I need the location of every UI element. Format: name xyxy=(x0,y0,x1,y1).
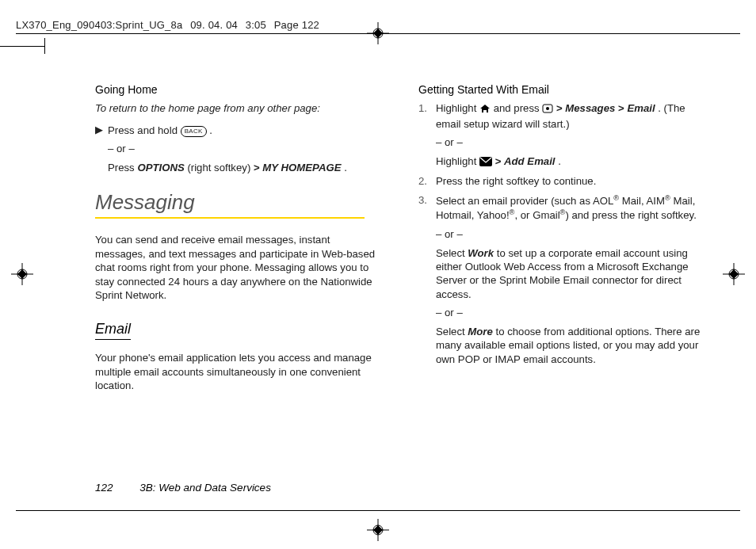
email-heading: Email xyxy=(95,320,131,341)
page-footer: 122 3B: Web and Data Services xyxy=(95,482,271,494)
envelope-icon xyxy=(479,156,492,170)
registration-mark-icon xyxy=(723,263,745,285)
step-number: 1. xyxy=(418,101,436,115)
messaging-heading: Messaging xyxy=(95,189,380,215)
step-number: 3. xyxy=(418,193,436,207)
cropmark-h xyxy=(0,46,44,47)
going-home-intro: To return to the home page from any othe… xyxy=(95,101,380,115)
email-paragraph: Your phone's email application lets you … xyxy=(95,351,380,392)
step-1: 1. Highlight and press > Messages > Emai… xyxy=(418,101,704,170)
back-key-icon: BACK xyxy=(181,126,207,137)
footer-rule xyxy=(16,510,740,511)
going-home-heading: Going Home xyxy=(95,82,380,97)
step-body: Press and hold BACK . – or – Press OPTIO… xyxy=(108,124,380,174)
step-3-line1: Select an email provider (such as AOL® M… xyxy=(436,193,704,223)
messaging-paragraph: You can send and receive email messages,… xyxy=(95,233,380,302)
text: Press and hold xyxy=(108,124,181,136)
ok-key-icon xyxy=(542,103,553,116)
header-job: LX370_Eng_090403:Sprint_UG_8a xyxy=(16,19,182,31)
text: . xyxy=(209,124,212,136)
page-number: 122 xyxy=(95,482,113,494)
step-2: 2. Press the right softkey to continue. xyxy=(418,174,704,188)
getting-started-heading: Getting Started With Email xyxy=(418,82,704,97)
step-alt: Press OPTIONS (right softkey) > MY HOMEP… xyxy=(108,161,380,174)
step-number: 2. xyxy=(418,174,436,188)
gt-icon: > xyxy=(254,162,260,173)
messages-label: Messages xyxy=(565,102,615,114)
text: Select xyxy=(436,326,468,337)
text: Select xyxy=(436,247,468,259)
svg-point-17 xyxy=(546,107,549,110)
page: LX370_Eng_090403:Sprint_UG_8a 09. 04. 04… xyxy=(0,0,756,549)
step-body: Select an email provider (such as AOL® M… xyxy=(436,193,704,366)
header-date: 09. 04. 04 xyxy=(190,19,238,31)
text: Press xyxy=(108,162,137,173)
yellow-underline xyxy=(95,217,365,219)
email-label: Email xyxy=(627,102,655,114)
text: . xyxy=(558,155,561,167)
or-separator: – or – xyxy=(436,306,704,319)
home-icon xyxy=(479,103,491,116)
registration-mark-icon xyxy=(367,22,389,44)
left-column: Going Home To return to the home page fr… xyxy=(95,78,380,521)
step-3-work: Select Work to set up a corporate email … xyxy=(436,246,704,302)
text: Highlight xyxy=(436,155,479,167)
registration-mark-icon xyxy=(367,519,389,541)
header-page: Page 122 xyxy=(274,19,319,31)
cropmark-v xyxy=(44,38,45,54)
triangle-bullet-icon: ▶ xyxy=(95,124,108,136)
header-time: 3:05 xyxy=(246,19,266,31)
or-separator: – or – xyxy=(436,135,704,149)
add-email-label: Add Email xyxy=(504,155,555,167)
gt-icon: > xyxy=(556,102,563,114)
myhomepage-label: MY HOMEPAGE xyxy=(262,162,341,173)
step-3: 3. Select an email provider (such as AOL… xyxy=(418,193,704,366)
options-label: OPTIONS xyxy=(137,162,184,173)
gt-icon: > xyxy=(618,102,624,114)
right-column: Getting Started With Email 1. Highlight … xyxy=(418,78,704,521)
section-title: 3B: Web and Data Services xyxy=(139,482,271,494)
text: Highlight xyxy=(436,102,479,114)
or-separator: – or – xyxy=(436,227,704,241)
or-separator: – or – xyxy=(108,142,380,155)
more-label: More xyxy=(468,326,493,337)
step-press-hold: ▶ Press and hold BACK . – or – Press OPT… xyxy=(95,124,380,174)
text: and press xyxy=(494,102,543,114)
text: . xyxy=(344,162,347,173)
text: (right softkey) xyxy=(187,162,254,173)
step-body: Highlight and press > Messages > Email .… xyxy=(436,101,704,170)
registration-mark-icon xyxy=(11,263,33,285)
step-3-more: Select More to choose from additional op… xyxy=(436,325,704,366)
content-columns: Going Home To return to the home page fr… xyxy=(95,78,705,521)
step-1-alt: Highlight > Add Email . xyxy=(436,154,704,170)
step-body: Press the right softkey to continue. xyxy=(436,174,704,188)
gt-icon: > xyxy=(495,155,502,167)
work-label: Work xyxy=(468,247,494,259)
